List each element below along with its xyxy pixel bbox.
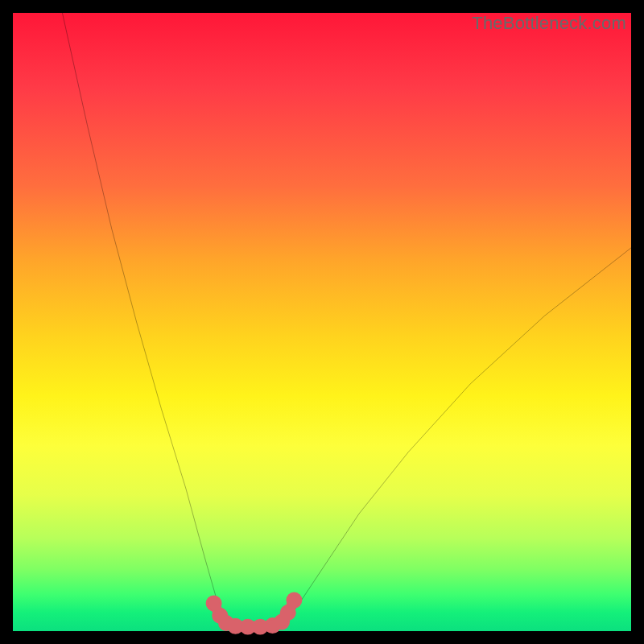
- right-curve: [285, 248, 631, 622]
- chart-frame: TheBottleneck.com: [0, 0, 644, 644]
- left-curve: [62, 13, 226, 621]
- plot-area: TheBottleneck.com: [13, 13, 631, 631]
- curve-layer: [13, 13, 631, 631]
